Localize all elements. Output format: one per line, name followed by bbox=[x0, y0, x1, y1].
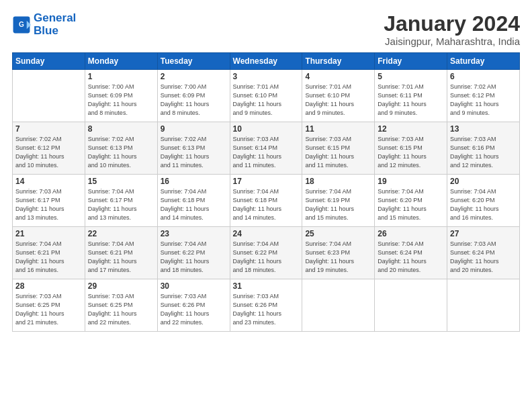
calendar-week-5: 28Sunrise: 7:03 AMSunset: 6:25 PMDayligh… bbox=[13, 279, 520, 332]
calendar-cell: 6Sunrise: 7:02 AMSunset: 6:12 PMDaylight… bbox=[447, 70, 520, 122]
calendar-cell bbox=[447, 279, 520, 332]
calendar-cell bbox=[375, 279, 447, 332]
calendar-week-4: 21Sunrise: 7:04 AMSunset: 6:21 PMDayligh… bbox=[13, 227, 520, 279]
calendar-cell: 19Sunrise: 7:04 AMSunset: 6:20 PMDayligh… bbox=[375, 175, 447, 227]
calendar-cell: 30Sunrise: 7:03 AMSunset: 6:26 PMDayligh… bbox=[157, 279, 230, 332]
calendar-cell: 21Sunrise: 7:04 AMSunset: 6:21 PMDayligh… bbox=[13, 227, 85, 279]
logo-text: General Blue bbox=[34, 12, 76, 37]
day-info: Sunrise: 7:04 AMSunset: 6:18 PMDaylight:… bbox=[161, 187, 227, 222]
day-info: Sunrise: 7:01 AMSunset: 6:10 PMDaylight:… bbox=[305, 83, 371, 118]
day-info: Sunrise: 7:03 AMSunset: 6:14 PMDaylight:… bbox=[233, 135, 300, 170]
day-info: Sunrise: 7:03 AMSunset: 6:16 PMDaylight:… bbox=[450, 135, 517, 170]
day-number: 5 bbox=[378, 72, 444, 81]
day-number: 23 bbox=[161, 229, 227, 238]
day-number: 6 bbox=[450, 72, 517, 81]
day-info: Sunrise: 7:04 AMSunset: 6:19 PMDaylight:… bbox=[305, 187, 371, 222]
day-info: Sunrise: 7:01 AMSunset: 6:11 PMDaylight:… bbox=[378, 83, 444, 118]
day-info: Sunrise: 7:04 AMSunset: 6:20 PMDaylight:… bbox=[378, 187, 444, 222]
day-info: Sunrise: 7:03 AMSunset: 6:17 PMDaylight:… bbox=[15, 187, 82, 222]
day-number: 16 bbox=[161, 177, 227, 186]
calendar-cell: 26Sunrise: 7:04 AMSunset: 6:24 PMDayligh… bbox=[375, 227, 447, 279]
day-number: 20 bbox=[450, 177, 517, 186]
day-number: 21 bbox=[15, 229, 82, 238]
month-title: January 2024 bbox=[384, 12, 520, 36]
calendar-cell: 12Sunrise: 7:03 AMSunset: 6:15 PMDayligh… bbox=[375, 122, 447, 175]
day-number: 9 bbox=[161, 124, 227, 134]
day-info: Sunrise: 7:02 AMSunset: 6:12 PMDaylight:… bbox=[15, 135, 82, 170]
day-number: 29 bbox=[88, 281, 154, 291]
calendar-cell: 20Sunrise: 7:04 AMSunset: 6:20 PMDayligh… bbox=[447, 175, 520, 227]
col-wednesday: Wednesday bbox=[230, 53, 302, 70]
col-monday: Monday bbox=[85, 53, 157, 70]
calendar-cell: 31Sunrise: 7:03 AMSunset: 6:26 PMDayligh… bbox=[230, 279, 302, 332]
day-number: 4 bbox=[305, 72, 371, 81]
calendar-cell: 7Sunrise: 7:02 AMSunset: 6:12 PMDaylight… bbox=[13, 122, 85, 175]
day-info: Sunrise: 7:02 AMSunset: 6:13 PMDaylight:… bbox=[161, 135, 227, 170]
day-info: Sunrise: 7:04 AMSunset: 6:21 PMDaylight:… bbox=[88, 240, 154, 275]
calendar-cell: 16Sunrise: 7:04 AMSunset: 6:18 PMDayligh… bbox=[157, 175, 230, 227]
svg-text:G: G bbox=[19, 21, 24, 28]
day-number: 27 bbox=[450, 229, 517, 238]
calendar-cell: 24Sunrise: 7:04 AMSunset: 6:22 PMDayligh… bbox=[230, 227, 302, 279]
col-sunday: Sunday bbox=[13, 53, 85, 70]
day-info: Sunrise: 7:04 AMSunset: 6:24 PMDaylight:… bbox=[378, 240, 444, 275]
day-info: Sunrise: 7:03 AMSunset: 6:15 PMDaylight:… bbox=[378, 135, 444, 170]
calendar-cell: 17Sunrise: 7:04 AMSunset: 6:18 PMDayligh… bbox=[230, 175, 302, 227]
calendar-cell: 25Sunrise: 7:04 AMSunset: 6:23 PMDayligh… bbox=[302, 227, 375, 279]
calendar-cell: 5Sunrise: 7:01 AMSunset: 6:11 PMDaylight… bbox=[375, 70, 447, 122]
calendar-cell: 10Sunrise: 7:03 AMSunset: 6:14 PMDayligh… bbox=[230, 122, 302, 175]
col-friday: Friday bbox=[375, 53, 447, 70]
day-info: Sunrise: 7:04 AMSunset: 6:17 PMDaylight:… bbox=[88, 187, 154, 222]
calendar-cell: 11Sunrise: 7:03 AMSunset: 6:15 PMDayligh… bbox=[302, 122, 375, 175]
calendar-cell: 1Sunrise: 7:00 AMSunset: 6:09 PMDaylight… bbox=[85, 70, 157, 122]
day-info: Sunrise: 7:01 AMSunset: 6:10 PMDaylight:… bbox=[233, 83, 300, 118]
calendar-cell: 2Sunrise: 7:00 AMSunset: 6:09 PMDaylight… bbox=[157, 70, 230, 122]
calendar-cell: 9Sunrise: 7:02 AMSunset: 6:13 PMDaylight… bbox=[157, 122, 230, 175]
day-number: 24 bbox=[233, 229, 300, 238]
logo-icon: G bbox=[12, 15, 31, 34]
location: Jaisingpur, Maharashtra, India bbox=[384, 36, 520, 47]
day-number: 8 bbox=[88, 124, 154, 134]
col-tuesday: Tuesday bbox=[157, 53, 230, 70]
day-info: Sunrise: 7:03 AMSunset: 6:15 PMDaylight:… bbox=[305, 135, 371, 170]
day-info: Sunrise: 7:03 AMSunset: 6:25 PMDaylight:… bbox=[15, 292, 82, 327]
title-block: January 2024 Jaisingpur, Maharashtra, In… bbox=[384, 12, 520, 47]
day-number: 22 bbox=[88, 229, 154, 238]
day-number: 18 bbox=[305, 177, 371, 186]
col-saturday: Saturday bbox=[447, 53, 520, 70]
day-number: 28 bbox=[15, 281, 82, 291]
day-number: 14 bbox=[15, 177, 82, 186]
calendar-cell: 22Sunrise: 7:04 AMSunset: 6:21 PMDayligh… bbox=[85, 227, 157, 279]
calendar-cell bbox=[302, 279, 375, 332]
day-number: 3 bbox=[233, 72, 300, 81]
day-number: 10 bbox=[233, 124, 300, 134]
calendar-week-3: 14Sunrise: 7:03 AMSunset: 6:17 PMDayligh… bbox=[13, 175, 520, 227]
day-info: Sunrise: 7:03 AMSunset: 6:24 PMDaylight:… bbox=[450, 240, 517, 275]
day-number: 31 bbox=[233, 281, 300, 291]
day-info: Sunrise: 7:04 AMSunset: 6:22 PMDaylight:… bbox=[161, 240, 227, 275]
day-number: 19 bbox=[378, 177, 444, 186]
calendar-cell: 27Sunrise: 7:03 AMSunset: 6:24 PMDayligh… bbox=[447, 227, 520, 279]
calendar-cell: 15Sunrise: 7:04 AMSunset: 6:17 PMDayligh… bbox=[85, 175, 157, 227]
day-number: 30 bbox=[161, 281, 227, 291]
day-info: Sunrise: 7:03 AMSunset: 6:26 PMDaylight:… bbox=[233, 292, 300, 327]
calendar-cell: 13Sunrise: 7:03 AMSunset: 6:16 PMDayligh… bbox=[447, 122, 520, 175]
day-number: 25 bbox=[305, 229, 371, 238]
day-number: 7 bbox=[15, 124, 82, 134]
day-info: Sunrise: 7:04 AMSunset: 6:20 PMDaylight:… bbox=[450, 187, 517, 222]
day-info: Sunrise: 7:00 AMSunset: 6:09 PMDaylight:… bbox=[161, 83, 227, 118]
col-thursday: Thursday bbox=[302, 53, 375, 70]
day-info: Sunrise: 7:03 AMSunset: 6:26 PMDaylight:… bbox=[161, 292, 227, 327]
calendar-cell: 4Sunrise: 7:01 AMSunset: 6:10 PMDaylight… bbox=[302, 70, 375, 122]
day-number: 15 bbox=[88, 177, 154, 186]
calendar-cell: 23Sunrise: 7:04 AMSunset: 6:22 PMDayligh… bbox=[157, 227, 230, 279]
calendar-cell: 3Sunrise: 7:01 AMSunset: 6:10 PMDaylight… bbox=[230, 70, 302, 122]
calendar-week-1: 1Sunrise: 7:00 AMSunset: 6:09 PMDaylight… bbox=[13, 70, 520, 122]
calendar-week-2: 7Sunrise: 7:02 AMSunset: 6:12 PMDaylight… bbox=[13, 122, 520, 175]
day-info: Sunrise: 7:04 AMSunset: 6:21 PMDaylight:… bbox=[15, 240, 82, 275]
calendar-cell: 8Sunrise: 7:02 AMSunset: 6:13 PMDaylight… bbox=[85, 122, 157, 175]
calendar-cell bbox=[13, 70, 85, 122]
day-info: Sunrise: 7:03 AMSunset: 6:25 PMDaylight:… bbox=[88, 292, 154, 327]
calendar-cell: 18Sunrise: 7:04 AMSunset: 6:19 PMDayligh… bbox=[302, 175, 375, 227]
day-number: 26 bbox=[378, 229, 444, 238]
